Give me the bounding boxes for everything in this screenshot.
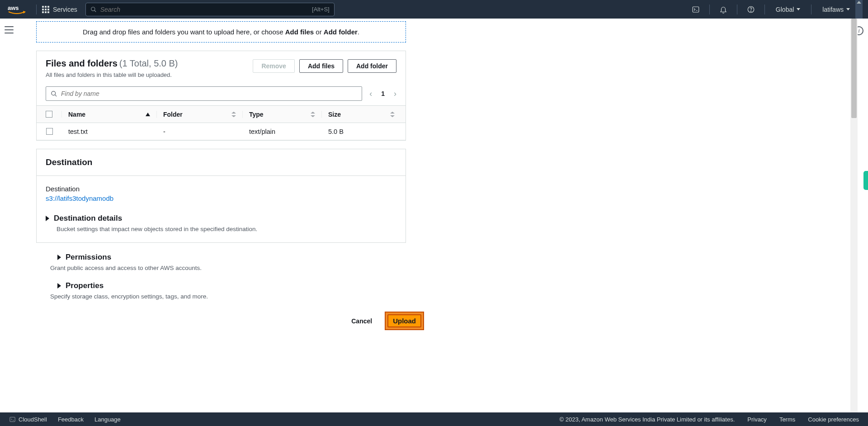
col-type[interactable]: Type bbox=[243, 111, 322, 118]
left-rail bbox=[0, 19, 18, 412]
dropzone-suffix: . bbox=[358, 28, 359, 36]
upload-button[interactable]: Upload bbox=[387, 314, 421, 327]
caret-right-icon bbox=[46, 216, 49, 221]
permissions-expander[interactable]: Permissions bbox=[57, 253, 683, 262]
sort-icon bbox=[390, 112, 395, 117]
scroll-up-button[interactable] bbox=[855, 0, 863, 19]
divider bbox=[811, 5, 811, 14]
svg-text:aws: aws bbox=[8, 5, 19, 11]
search-input[interactable] bbox=[100, 6, 312, 13]
remove-button[interactable]: Remove bbox=[253, 59, 294, 73]
footer: CloudShell Feedback Language © 2023, Ama… bbox=[0, 412, 868, 426]
notifications-icon[interactable] bbox=[715, 5, 731, 14]
top-nav: aws Services [Alt+S] Global latifaws bbox=[0, 0, 868, 19]
destination-details-expander[interactable]: Destination details bbox=[46, 214, 396, 223]
add-files-button[interactable]: Add files bbox=[299, 59, 343, 73]
properties-title: Properties bbox=[66, 281, 104, 290]
col-folder[interactable]: Folder bbox=[157, 111, 243, 118]
caret-right-icon bbox=[57, 283, 61, 289]
files-table: Name Folder Type Size test.txt - text/pl… bbox=[37, 105, 406, 140]
services-label: Services bbox=[53, 6, 77, 13]
caret-right-icon bbox=[57, 255, 61, 260]
prev-page[interactable]: ‹ bbox=[369, 89, 372, 99]
main-content: Drag and drop files and folders you want… bbox=[18, 19, 850, 412]
destination-link[interactable]: s3://latifs3todynamodb bbox=[46, 194, 113, 202]
row-name: test.txt bbox=[68, 128, 88, 135]
services-menu[interactable]: Services bbox=[42, 6, 77, 13]
cookie-link[interactable]: Cookie preferences bbox=[808, 416, 859, 423]
divider bbox=[737, 5, 737, 14]
cloudshell-icon[interactable] bbox=[688, 5, 704, 14]
properties-expander[interactable]: Properties bbox=[57, 281, 683, 290]
sort-icon bbox=[231, 112, 236, 117]
table-header: Name Folder Type Size bbox=[37, 106, 406, 123]
cloudshell-link[interactable]: CloudShell bbox=[9, 416, 47, 423]
account-menu[interactable]: latifaws bbox=[817, 6, 855, 13]
dropzone-text-prefix: Drag and drop files and folders you want… bbox=[83, 28, 285, 36]
divider bbox=[709, 5, 710, 14]
aws-logo[interactable]: aws bbox=[7, 4, 26, 15]
table-row: test.txt - text/plain 5.0 B bbox=[37, 123, 406, 140]
next-page[interactable]: › bbox=[394, 89, 396, 99]
svg-rect-8 bbox=[10, 417, 15, 421]
destination-label: Destination bbox=[46, 185, 396, 193]
files-count: (1 Total, 5.0 B) bbox=[119, 58, 178, 68]
scrollbar-thumb[interactable] bbox=[851, 19, 857, 118]
language-link[interactable]: Language bbox=[94, 416, 121, 423]
dropzone-add-folder: Add folder bbox=[324, 28, 358, 36]
destination-panel: Destination Destination s3://latifs3tody… bbox=[36, 149, 406, 243]
copyright: © 2023, Amazon Web Services India Privat… bbox=[560, 416, 735, 423]
feedback-tab[interactable] bbox=[863, 171, 868, 190]
scrollbar-track[interactable] bbox=[850, 19, 858, 412]
col-name[interactable]: Name bbox=[62, 111, 157, 118]
grid-icon bbox=[42, 6, 49, 13]
sort-asc-icon bbox=[146, 113, 150, 116]
nav-right: Global latifaws bbox=[688, 5, 855, 14]
find-by-name[interactable] bbox=[46, 86, 362, 101]
privacy-link[interactable]: Privacy bbox=[747, 416, 767, 423]
row-size: 5.0 B bbox=[328, 128, 344, 135]
terms-link[interactable]: Terms bbox=[779, 416, 795, 423]
pagination: ‹ 1 › bbox=[369, 89, 396, 99]
row-folder: - bbox=[163, 128, 165, 135]
current-page: 1 bbox=[381, 90, 385, 97]
svg-rect-3 bbox=[693, 7, 699, 12]
region-label: Global bbox=[776, 6, 794, 13]
cancel-button[interactable]: Cancel bbox=[347, 312, 377, 330]
files-desc: All files and folders in this table will… bbox=[46, 71, 253, 78]
feedback-link[interactable]: Feedback bbox=[58, 416, 84, 423]
destination-details-title: Destination details bbox=[54, 214, 122, 223]
caret-down-icon bbox=[797, 8, 800, 10]
svg-line-7 bbox=[55, 95, 57, 96]
add-folder-button[interactable]: Add folder bbox=[348, 59, 396, 73]
permissions-title: Permissions bbox=[66, 253, 111, 262]
dropzone-or: or bbox=[314, 28, 324, 36]
destination-heading: Destination bbox=[37, 149, 406, 176]
page-actions: Cancel Upload bbox=[36, 300, 424, 336]
global-search[interactable]: [Alt+S] bbox=[85, 3, 335, 16]
col-size[interactable]: Size bbox=[322, 111, 401, 118]
region-selector[interactable]: Global bbox=[770, 6, 806, 13]
properties-desc: Specify storage class, encryption settin… bbox=[50, 293, 683, 300]
caret-down-icon bbox=[846, 8, 850, 10]
svg-point-6 bbox=[52, 91, 56, 95]
divider bbox=[764, 5, 765, 14]
permissions-desc: Grant public access and access to other … bbox=[50, 265, 683, 271]
search-icon bbox=[90, 6, 97, 13]
svg-line-2 bbox=[94, 10, 96, 12]
upload-dropzone[interactable]: Drag and drop files and folders you want… bbox=[36, 21, 406, 43]
dropzone-add-files: Add files bbox=[285, 28, 314, 36]
side-nav-toggle[interactable] bbox=[5, 26, 14, 33]
find-input[interactable] bbox=[61, 90, 357, 97]
row-checkbox[interactable] bbox=[46, 128, 53, 135]
destination-details-desc: Bucket settings that impact new objects … bbox=[57, 226, 396, 232]
row-type: text/plain bbox=[249, 128, 275, 135]
svg-point-1 bbox=[91, 7, 94, 10]
search-shortcut: [Alt+S] bbox=[312, 6, 330, 13]
svg-point-5 bbox=[750, 11, 751, 11]
divider bbox=[36, 5, 37, 14]
search-icon bbox=[51, 90, 57, 97]
sort-icon bbox=[311, 112, 315, 117]
select-all-checkbox[interactable] bbox=[46, 111, 52, 118]
help-icon[interactable] bbox=[743, 5, 759, 14]
